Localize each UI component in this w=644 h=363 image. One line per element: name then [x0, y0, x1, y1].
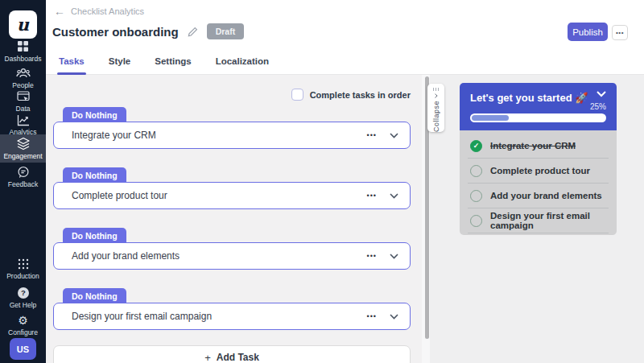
people-icon [16, 67, 31, 80]
page-header: ← Checklist Analytics Customer onboardin… [46, 0, 644, 75]
empty-circle-icon [470, 215, 482, 227]
add-task-label: Add Task [217, 352, 259, 363]
svg-text:?: ? [21, 288, 26, 297]
checklist-item-label: Integrate your CRM [490, 141, 576, 151]
task-title: Add your brand elements [72, 250, 367, 262]
task-menu-icon[interactable]: ••• [367, 253, 377, 260]
engagement-icon [16, 137, 31, 151]
checklist-item[interactable]: ✓ Integrate your CRM [460, 134, 617, 158]
sidebar: u Dashboards People Data Analytics [0, 0, 46, 363]
chevron-right-icon [434, 93, 439, 98]
sidebar-item-people[interactable]: People [0, 64, 46, 92]
sidebar-item-label: Get Help [10, 301, 37, 309]
page-title: Customer onboarding [52, 25, 179, 39]
checklist-item-label: Complete product tour [490, 166, 590, 175]
back-arrow-icon: ← [54, 6, 65, 17]
chevron-down-icon[interactable] [390, 314, 398, 320]
drag-grip-icon [433, 88, 440, 91]
task-action-badge[interactable]: Do Nothing [63, 167, 126, 183]
status-badge: Draft [207, 23, 245, 39]
checklist-item-label: Design your first email campaign [490, 211, 606, 230]
progress-bar [470, 113, 606, 122]
divider [468, 233, 609, 233]
collapse-panel-handle[interactable]: Collapse [427, 84, 444, 132]
breadcrumb-back-link[interactable]: ← Checklist Analytics [54, 6, 144, 17]
task-action-badge[interactable]: Do Nothing [63, 288, 126, 303]
plus-icon: + [204, 352, 211, 363]
task-action-badge[interactable]: Do Nothing [63, 228, 126, 243]
sidebar-item-get-help[interactable]: ? Get Help [0, 284, 46, 311]
publish-button[interactable]: Publish [568, 23, 608, 41]
task-item: Do Nothing Integrate your CRM ••• [53, 107, 411, 149]
sidebar-item-configure[interactable]: ⚙ Configure [0, 312, 46, 339]
more-options-button[interactable]: ••• [612, 25, 628, 40]
sidebar-item-dashboards[interactable]: Dashboards [0, 37, 46, 65]
sidebar-item-label: Configure [8, 328, 38, 336]
checklist-item[interactable]: Design your first email campaign [460, 208, 617, 233]
tab-bar: Tasks Style Settings Localization [59, 52, 269, 75]
task-action-badge[interactable]: Do Nothing [63, 107, 126, 122]
analytics-icon [17, 114, 30, 126]
checklist-item-label: Add your brand elements [490, 191, 602, 200]
feedback-icon [17, 166, 30, 179]
title-row: Customer onboarding Draft [52, 23, 244, 39]
sidebar-item-label: Feedback [8, 180, 38, 188]
task-item: Do Nothing Design your first email campa… [53, 288, 411, 330]
edit-pencil-icon[interactable] [188, 27, 198, 37]
sidebar-item-label: Production [6, 272, 39, 280]
help-icon: ? [17, 287, 30, 299]
sidebar-item-label: Dashboards [5, 55, 42, 63]
task-title: Complete product tour [72, 190, 367, 201]
task-title: Design your first email campaign [72, 311, 367, 322]
gear-icon: ⚙ [18, 315, 28, 327]
add-task-button[interactable]: + Add Task [53, 345, 411, 363]
sidebar-item-feedback[interactable]: Feedback [0, 163, 46, 191]
checklist-preview-widget: Let's get you started 🚀 25% ✓ Integrate … [460, 83, 617, 235]
checklist-header: Let's get you started 🚀 25% [460, 83, 617, 130]
chevron-down-icon[interactable] [597, 91, 606, 97]
check-circle-icon: ✓ [470, 140, 482, 152]
chevron-down-icon[interactable] [390, 193, 398, 199]
empty-circle-icon [470, 190, 482, 202]
progress-bar-fill [472, 115, 509, 121]
complete-in-order-row: Complete tasks in order [291, 89, 411, 101]
complete-tasks-order-label: Complete tasks in order [310, 90, 411, 100]
sidebar-item-label: Engagement [3, 152, 42, 160]
dashboards-icon [16, 39, 30, 53]
tab-style[interactable]: Style [109, 52, 131, 75]
task-item: Do Nothing Add your brand elements ••• [53, 228, 411, 270]
tab-settings[interactable]: Settings [155, 52, 191, 75]
user-avatar[interactable]: US [10, 338, 36, 360]
production-icon [17, 258, 30, 270]
preview-region: Collapse Let's get you started 🚀 25% ✓ I… [422, 75, 644, 363]
tasks-editor-panel: Complete tasks in order Do Nothing Integ… [46, 75, 422, 363]
sidebar-item-engagement[interactable]: Engagement [0, 134, 46, 163]
tab-localization[interactable]: Localization [216, 52, 269, 75]
task-title: Integrate your CRM [72, 130, 367, 141]
task-menu-icon[interactable]: ••• [367, 192, 377, 200]
chevron-down-icon[interactable] [390, 254, 398, 259]
task-card[interactable]: Add your brand elements ••• [53, 242, 411, 270]
task-card[interactable]: Integrate your CRM ••• [53, 122, 411, 149]
task-menu-icon[interactable]: ••• [367, 132, 377, 139]
checklist-title: Let's get you started 🚀 [470, 89, 597, 104]
complete-tasks-order-checkbox[interactable] [291, 89, 303, 101]
checklist-item[interactable]: Complete product tour [460, 159, 617, 183]
task-item: Do Nothing Complete product tour ••• [53, 167, 411, 209]
checklist-items: ✓ Integrate your CRM Complete product to… [460, 130, 617, 235]
app-logo[interactable]: u [9, 10, 37, 39]
tab-tasks[interactable]: Tasks [59, 52, 85, 75]
task-menu-icon[interactable]: ••• [367, 313, 377, 320]
checklist-item[interactable]: Add your brand elements [460, 184, 617, 208]
task-card[interactable]: Complete product tour ••• [53, 182, 411, 209]
data-icon [17, 91, 30, 103]
sidebar-item-production[interactable]: Production [0, 255, 46, 283]
empty-circle-icon [470, 165, 482, 177]
collapse-label: Collapse [432, 101, 440, 132]
task-card[interactable]: Design your first email campaign ••• [53, 303, 411, 330]
chevron-down-icon[interactable] [390, 133, 398, 138]
breadcrumb-label: Checklist Analytics [71, 6, 144, 16]
